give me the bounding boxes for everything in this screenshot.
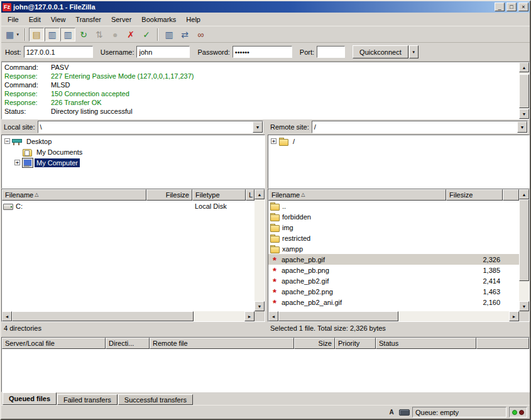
column-header-filesize[interactable]: Filesize (446, 189, 503, 201)
remote-list-hscrollbar[interactable]: ◄ ► (268, 311, 519, 321)
port-input[interactable] (317, 46, 345, 58)
column-header-server-local-file[interactable]: Server/Local file (2, 338, 106, 349)
local-site-combo[interactable]: \ ▼ (38, 121, 263, 133)
chevron-down-icon[interactable]: ▼ (517, 121, 527, 133)
site-manager-button[interactable]: ▦▼ (4, 28, 21, 41)
menu-edit[interactable]: Edit (24, 14, 46, 25)
folder-icon (270, 202, 280, 211)
column-header-stub[interactable] (476, 338, 529, 349)
expand-plus-icon[interactable]: + (14, 160, 20, 165)
scroll-track[interactable] (519, 199, 529, 301)
scroll-thumb[interactable] (278, 311, 398, 321)
remote-file-row[interactable]: *apache_pb2_ani.gif2,160 (268, 297, 519, 307)
expand-plus-icon[interactable]: + (271, 138, 276, 144)
username-input[interactable] (136, 46, 190, 58)
process-queue-button[interactable]: ⇅ (92, 28, 107, 41)
collapse-minus-icon[interactable]: − (4, 138, 10, 144)
host-input[interactable] (24, 46, 93, 58)
remote-file-row[interactable]: img (268, 222, 519, 233)
scroll-track[interactable] (519, 72, 529, 109)
scroll-track[interactable] (255, 199, 265, 301)
column-header-priority[interactable]: Priority (335, 338, 376, 349)
column-header-status[interactable]: Status (376, 338, 476, 349)
menu-help[interactable]: Help (181, 14, 205, 25)
column-header-remote-file[interactable]: Remote file (150, 338, 294, 349)
toggle-message-log-button[interactable]: ▤ (29, 28, 44, 41)
queue-status-panel: Queue: empty (412, 407, 506, 417)
scroll-left-button[interactable]: ◄ (268, 311, 278, 321)
menu-transfer[interactable]: Transfer (70, 14, 106, 25)
toggle-transfer-queue-button[interactable]: ▥ (60, 28, 75, 41)
remote-file-row[interactable]: .. (268, 201, 519, 211)
remote-directory-tree: +/ (268, 135, 530, 189)
remote-file-row[interactable]: restricted (268, 233, 519, 243)
scroll-track[interactable] (278, 311, 509, 321)
tree-item-root[interactable]: +/ (269, 136, 528, 146)
remote-file-row[interactable]: *apache_pb2.png1,463 (268, 286, 519, 297)
scroll-thumb[interactable] (519, 74, 529, 108)
column-header-stub[interactable] (503, 189, 519, 201)
scroll-thumb[interactable] (12, 311, 194, 321)
minimize-button[interactable]: _ (495, 3, 505, 11)
local-list-vscrollbar[interactable]: ▲ ▼ (255, 189, 265, 311)
close-button[interactable]: × (518, 3, 528, 11)
scroll-track[interactable] (12, 311, 244, 321)
remote-site-combo[interactable]: / ▼ (312, 121, 528, 133)
scroll-down-button[interactable]: ▼ (519, 109, 529, 119)
tree-item-label: My Documents (35, 148, 84, 157)
directory-comparison-button[interactable]: ▥ (161, 28, 177, 41)
column-header-size[interactable]: Size (294, 338, 335, 349)
chevron-down-icon[interactable]: ▼ (253, 121, 263, 133)
remote-list-vscrollbar[interactable]: ▲ ▼ (519, 189, 529, 311)
tab-queued-files[interactable]: Queued files (3, 392, 57, 405)
synchronized-browsing-button[interactable]: ⇄ (177, 28, 192, 41)
scroll-right-button[interactable]: ► (509, 311, 519, 321)
tree-item-my-documents[interactable]: My Documents (3, 146, 264, 157)
tree-item-desktop[interactable]: −Desktop (3, 136, 264, 146)
column-header-filename[interactable]: Filename△ (268, 189, 446, 201)
tree-item-my-computer[interactable]: +My Computer (3, 157, 264, 168)
find-files-button[interactable]: ∞ (193, 28, 208, 41)
menu-view[interactable]: View (46, 14, 71, 25)
scroll-down-button[interactable]: ▼ (519, 301, 529, 311)
local-file-row[interactable]: C:Local Disk (2, 201, 255, 211)
filter-button[interactable]: ✓ (139, 28, 154, 41)
scroll-right-button[interactable]: ► (244, 311, 255, 321)
disconnect-button[interactable]: ✗ (123, 28, 138, 41)
quickconnect-button[interactable]: Quickconnect (353, 45, 408, 58)
remote-file-row[interactable]: *apache_pb2.gif2,414 (268, 275, 519, 286)
remote-file-row[interactable]: *apache_pb.gif2,326 (268, 254, 519, 265)
column-header-filetype[interactable]: Filetype (192, 189, 246, 201)
remote-file-row[interactable]: xampp (268, 243, 519, 254)
column-header-filesize[interactable]: Filesize (146, 189, 192, 201)
scroll-left-button[interactable]: ◄ (2, 311, 12, 321)
quickconnect-bar: Host: Username: Password: Port: Quickcon… (1, 43, 530, 62)
password-input[interactable] (233, 46, 292, 58)
local-list-hscrollbar[interactable]: ◄ ► (2, 311, 255, 321)
column-header-l[interactable]: L (246, 189, 255, 201)
maximize-button[interactable]: □ (506, 3, 517, 11)
scroll-up-button[interactable]: ▲ (519, 62, 529, 72)
scroll-up-button[interactable]: ▲ (519, 189, 529, 199)
scroll-thumb[interactable] (519, 199, 529, 281)
toggle-directory-trees-button[interactable]: ▥ (45, 28, 60, 41)
menu-bookmarks[interactable]: Bookmarks (136, 14, 181, 25)
column-header-directi[interactable]: Directi... (106, 338, 150, 349)
folder-icon (270, 213, 280, 221)
scroll-up-button[interactable]: ▲ (255, 189, 265, 199)
column-header-filename[interactable]: Filename△ (2, 189, 146, 201)
tab-successful-transfers[interactable]: Successful transfers (118, 394, 193, 405)
menu-server[interactable]: Server (106, 14, 136, 25)
menu-file[interactable]: File (3, 14, 24, 25)
remote-file-row[interactable]: forbidden (268, 211, 519, 222)
remote-file-row[interactable]: *apache_pb.png1,385 (268, 265, 519, 275)
scroll-down-button[interactable]: ▼ (255, 301, 265, 311)
cancel-button[interactable]: ● (107, 28, 123, 41)
log-scrollbar[interactable]: ▲ ▼ (519, 62, 529, 119)
refresh-button[interactable]: ↻ (76, 28, 91, 41)
dropdown-arrow-icon[interactable]: ▼ (16, 33, 19, 36)
tab-failed-transfers[interactable]: Failed transfers (57, 394, 118, 405)
title-bar[interactable]: Fz john@127.0.0.1 - FileZilla _ □ × (1, 1, 530, 13)
quickconnect-dropdown-button[interactable]: ▼ (409, 45, 419, 58)
log-line-text: 150 Connection accepted (51, 90, 129, 97)
